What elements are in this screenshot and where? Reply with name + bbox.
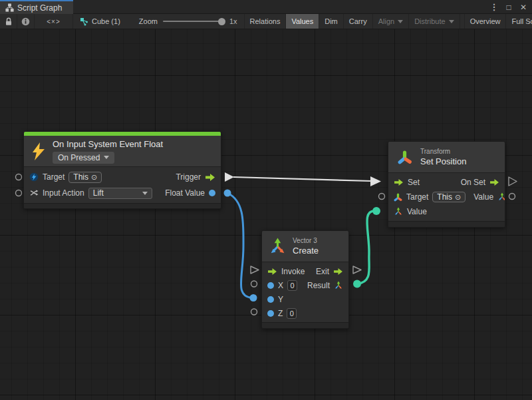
node-vector3-create[interactable]: Vector 3 Create Invoke Exit X 0 bbox=[261, 230, 349, 329]
chevron-down-icon bbox=[104, 156, 109, 159]
gameobject-event-icon bbox=[29, 172, 39, 182]
object-picker-icon[interactable]: ⊙ bbox=[455, 193, 461, 202]
lock-button[interactable] bbox=[0, 14, 17, 29]
vector3-x-port[interactable] bbox=[251, 281, 257, 287]
event-trigger-out-port[interactable] bbox=[225, 172, 234, 182]
exit-label: Exit bbox=[316, 267, 329, 276]
graph-tab-icon bbox=[5, 3, 14, 12]
setposition-target-port[interactable] bbox=[379, 194, 385, 200]
input-action-icon bbox=[29, 188, 39, 198]
zoom-control: Zoom 1x bbox=[139, 14, 244, 29]
node-category: Vector 3 bbox=[293, 237, 319, 244]
node-category: Transform bbox=[420, 148, 466, 155]
target-row: Target This ⊙ Value bbox=[388, 190, 505, 204]
node-footer bbox=[388, 221, 505, 227]
target-label: Target bbox=[406, 192, 428, 202]
distribute-dropdown[interactable]: Distribute bbox=[409, 14, 460, 29]
event-target-port[interactable] bbox=[16, 174, 22, 180]
setposition-value-in-port[interactable] bbox=[372, 207, 380, 215]
lock-icon bbox=[5, 17, 13, 26]
z-value-field[interactable]: 0 bbox=[287, 308, 297, 319]
value-in-label: Value bbox=[407, 207, 427, 216]
graph-name: Cube (1) bbox=[92, 17, 120, 25]
y-row: Y bbox=[262, 292, 348, 306]
input-action-dropdown[interactable]: Lift bbox=[88, 188, 152, 199]
input-action-label: Input Action bbox=[43, 188, 84, 198]
lightning-bolt-icon bbox=[32, 142, 45, 160]
vector3-mini-icon bbox=[394, 207, 403, 216]
invoke-label: Invoke bbox=[281, 267, 305, 276]
node-title: Set Position bbox=[420, 156, 466, 166]
trigger-label: Trigger bbox=[176, 172, 201, 182]
vector3-exit-port[interactable] bbox=[353, 266, 361, 274]
code-preview-button[interactable]: <×> bbox=[35, 14, 73, 29]
target-label: Target bbox=[43, 172, 65, 182]
graph-canvas[interactable]: On Input System Event Float On Pressed T… bbox=[0, 29, 532, 400]
vector3-y-port[interactable] bbox=[250, 294, 257, 301]
transform-icon bbox=[396, 149, 413, 166]
vector3-invoke-port[interactable] bbox=[251, 266, 259, 274]
graph-breadcrumb[interactable]: Cube (1) bbox=[73, 14, 127, 29]
carry-button[interactable]: Carry bbox=[344, 14, 373, 29]
float-port-icon bbox=[209, 190, 215, 196]
relations-button[interactable]: Relations bbox=[244, 14, 287, 29]
zoom-slider-handle[interactable] bbox=[218, 18, 225, 25]
node-on-input-system-event-float[interactable]: On Input System Event Float On Pressed T… bbox=[23, 131, 221, 209]
control-arrow-icon bbox=[394, 178, 404, 186]
align-dropdown[interactable]: Align bbox=[373, 14, 409, 29]
values-button[interactable]: Values bbox=[286, 14, 319, 29]
x-label: X bbox=[278, 281, 283, 290]
vector3-mini-icon bbox=[334, 281, 343, 290]
zoom-slider[interactable] bbox=[163, 21, 224, 22]
event-input-action-port[interactable] bbox=[16, 190, 22, 196]
vector3-z-port[interactable] bbox=[251, 309, 257, 315]
inspect-button[interactable] bbox=[17, 14, 35, 29]
node-footer bbox=[262, 322, 348, 328]
float-port-icon bbox=[267, 282, 274, 289]
y-label: Y bbox=[278, 295, 283, 304]
wire-result-to-value[interactable] bbox=[357, 211, 375, 284]
script-graph-icon bbox=[80, 17, 88, 26]
node-set-position[interactable]: Transform Set Position Set On Set bbox=[388, 141, 505, 228]
tab-script-graph[interactable]: Script Graph bbox=[0, 0, 73, 14]
chevron-down-icon bbox=[449, 20, 454, 23]
setposition-value-out-port[interactable] bbox=[509, 194, 515, 200]
zoom-label: Zoom bbox=[139, 17, 158, 25]
chevron-down-icon bbox=[398, 20, 403, 23]
overview-button[interactable]: Overview bbox=[464, 14, 507, 29]
window-close-button[interactable]: ✕ bbox=[517, 3, 529, 12]
object-picker-icon[interactable]: ⊙ bbox=[91, 173, 97, 182]
event-mode-dropdown[interactable]: On Pressed bbox=[53, 152, 114, 164]
vector3-mini-icon bbox=[497, 192, 505, 202]
event-floatvalue-out-port[interactable] bbox=[224, 190, 231, 197]
wire-floatvalue-to-y[interactable] bbox=[227, 193, 252, 298]
node-title: Create bbox=[293, 246, 319, 256]
node-footer bbox=[24, 203, 221, 208]
wire-trigger-to-set[interactable] bbox=[233, 177, 372, 181]
window-menu-button[interactable]: ⋮ bbox=[488, 2, 500, 12]
vector3-icon bbox=[269, 238, 287, 256]
z-row: Z 0 bbox=[262, 306, 348, 320]
target-field[interactable]: This ⊙ bbox=[432, 192, 466, 202]
control-arrow-icon bbox=[333, 268, 343, 276]
dim-button[interactable]: Dim bbox=[319, 14, 344, 29]
target-field[interactable]: This ⊙ bbox=[68, 172, 102, 183]
control-arrow-icon bbox=[489, 178, 499, 186]
vector3-result-out-port[interactable] bbox=[353, 280, 361, 288]
control-arrow-icon bbox=[267, 268, 277, 276]
x-value-field[interactable]: 0 bbox=[287, 280, 297, 291]
node-title: On Input System Event Float bbox=[53, 139, 163, 149]
wire-trigger-arrowhead bbox=[370, 176, 381, 186]
transform-mini-icon bbox=[394, 193, 402, 202]
value-out-label: Value bbox=[473, 192, 493, 202]
setposition-onset-port[interactable] bbox=[509, 177, 517, 186]
window-maximize-button[interactable]: □ bbox=[503, 3, 515, 12]
code-icon: <×> bbox=[47, 18, 61, 25]
z-label: Z bbox=[278, 309, 283, 318]
x-row: X 0 Result bbox=[262, 278, 348, 292]
full-screen-button[interactable]: Full Screen bbox=[506, 14, 532, 29]
control-arrow-icon bbox=[205, 173, 215, 182]
float-port-icon bbox=[267, 296, 274, 303]
float-port-icon bbox=[267, 310, 274, 317]
tab-title: Script Graph bbox=[17, 3, 62, 13]
